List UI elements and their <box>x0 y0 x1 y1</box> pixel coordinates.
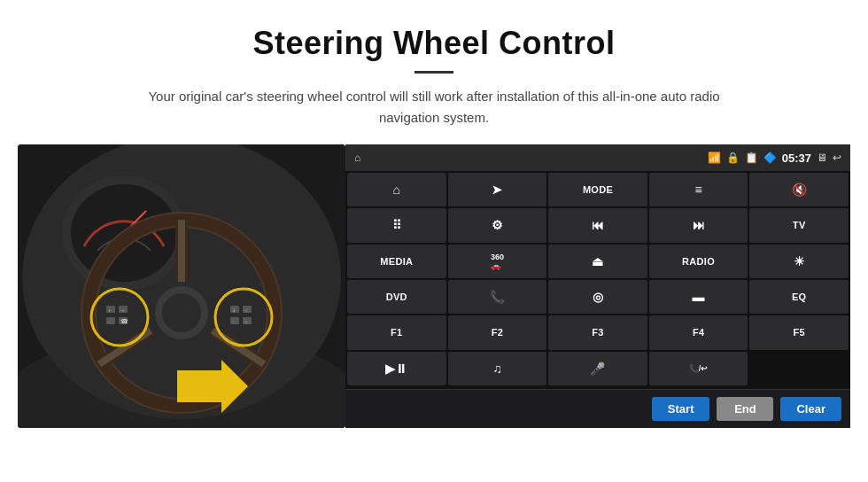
lock-icon: 🔒 <box>726 152 740 164</box>
eq-label: EQ <box>792 292 807 302</box>
svg-text:◇: ◇ <box>244 307 248 313</box>
back-icon: ↩ <box>833 152 841 164</box>
page-subtitle: Your original car's steering wheel contr… <box>133 86 735 128</box>
btn-list[interactable]: ≡ <box>649 173 748 206</box>
steering-wheel-image: + - ↝ ☎ 🌡 ◇ ○ ◇ <box>18 144 345 428</box>
svg-text:○: ○ <box>232 319 235 324</box>
btn-mode[interactable]: MODE <box>548 173 647 206</box>
btn-dvd[interactable]: DVD <box>347 280 446 314</box>
btn-screen2[interactable]: ▬ <box>649 280 748 314</box>
list-icon: ≡ <box>695 183 702 196</box>
f4-label: F4 <box>693 327 704 338</box>
settings-icon: ⚙ <box>492 219 503 231</box>
next-icon: ⏭ <box>693 219 705 231</box>
svg-point-15 <box>162 293 201 332</box>
svg-text:-: - <box>108 319 110 324</box>
btn-radio[interactable]: RADIO <box>649 245 748 278</box>
btn-eject[interactable]: ⏏ <box>548 245 647 278</box>
bottom-bar: Start End Clear <box>345 389 850 428</box>
btn-eq[interactable]: EQ <box>749 280 849 314</box>
status-bar: ⌂ 📶 🔒 📋 🔷 05:37 🖥 ↩ <box>345 144 850 171</box>
home-icon: ⌂ <box>393 183 400 196</box>
btn-playpause[interactable]: ▶⏸ <box>347 352 446 385</box>
svg-text:◇: ◇ <box>244 319 248 324</box>
360-label: 360🚗 <box>491 253 504 270</box>
btn-prev[interactable]: ⏮ <box>548 208 647 242</box>
phone-icon: 📞 <box>490 291 505 303</box>
btn-navigate[interactable]: ➤ <box>448 173 547 206</box>
screen-icon: 🖥 <box>817 152 827 164</box>
btn-mic[interactable]: 🎤 <box>548 352 647 385</box>
mute-icon: 🔇 <box>792 183 807 196</box>
mode-label: MODE <box>583 184 613 195</box>
wifi-icon: 📶 <box>708 152 721 164</box>
btn-f4[interactable]: F4 <box>649 315 748 349</box>
btn-empty1 <box>749 352 849 385</box>
btn-apps[interactable]: ⠿ <box>347 208 446 242</box>
btn-home[interactable]: ⌂ <box>347 173 446 206</box>
f5-label: F5 <box>793 327 804 338</box>
btn-f2[interactable]: F2 <box>448 315 547 349</box>
content-area: + - ↝ ☎ 🌡 ◇ ○ ◇ <box>0 144 868 428</box>
dvd-label: DVD <box>386 292 407 302</box>
start-button[interactable]: Start <box>652 397 710 421</box>
control-panel: ⌂ 📶 🔒 📋 🔷 05:37 🖥 ↩ ⌂ ➤ MODE ≡ <box>345 144 850 428</box>
btn-internet[interactable]: ◎ <box>548 280 647 314</box>
btn-mute[interactable]: 🔇 <box>749 173 849 206</box>
f2-label: F2 <box>492 327 503 338</box>
bluetooth-icon: 🔷 <box>763 152 777 164</box>
music-icon: ♫ <box>492 362 502 375</box>
sim-icon: 📋 <box>745 152 758 164</box>
clear-button[interactable]: Clear <box>780 397 841 421</box>
tv-label: TV <box>793 220 806 230</box>
btn-settings[interactable]: ⚙ <box>448 208 547 242</box>
brightness-icon: ☀ <box>794 255 805 268</box>
mic-icon: 🎤 <box>590 362 605 375</box>
btn-f1[interactable]: F1 <box>347 315 446 349</box>
svg-text:🌡: 🌡 <box>232 307 236 313</box>
btn-music[interactable]: ♫ <box>448 352 547 385</box>
f1-label: F1 <box>391 327 402 338</box>
btn-f5[interactable]: F5 <box>749 315 849 349</box>
title-divider <box>415 71 453 74</box>
radio-label: RADIO <box>682 256 715 267</box>
btn-f3[interactable]: F3 <box>548 315 647 349</box>
svg-text:+: + <box>108 307 112 313</box>
button-grid: ⌂ ➤ MODE ≡ 🔇 ⠿ ⚙ ⏮ ⏭ TV MEDIA 360🚗 ⏏ RAD… <box>345 171 850 389</box>
end-button[interactable]: End <box>717 397 773 421</box>
page-title: Steering Wheel Control <box>53 25 815 62</box>
svg-text:☎: ☎ <box>120 318 128 324</box>
btn-next[interactable]: ⏭ <box>649 208 748 242</box>
apps-icon: ⠿ <box>392 219 401 231</box>
btn-phone[interactable]: 📞 <box>448 280 547 314</box>
header-section: Steering Wheel Control Your original car… <box>0 0 868 144</box>
navigate-icon: ➤ <box>492 183 502 196</box>
screen2-icon: ▬ <box>693 291 705 303</box>
status-right: 📶 🔒 📋 🔷 05:37 🖥 ↩ <box>708 152 841 165</box>
media-label: MEDIA <box>380 256 413 267</box>
btn-media[interactable]: MEDIA <box>347 245 446 278</box>
home-status-icon: ⌂ <box>354 152 360 164</box>
btn-360[interactable]: 360🚗 <box>448 245 547 278</box>
call-icon: 📞/↩ <box>689 364 709 373</box>
eject-icon: ⏏ <box>592 255 603 268</box>
status-left: ⌂ <box>354 152 360 164</box>
time-display: 05:37 <box>782 152 811 165</box>
page-wrapper: Steering Wheel Control Your original car… <box>0 0 868 428</box>
btn-tv[interactable]: TV <box>749 208 849 242</box>
btn-call[interactable]: 📞/↩ <box>649 352 748 385</box>
btn-brightness[interactable]: ☀ <box>749 245 849 278</box>
f3-label: F3 <box>592 327 603 338</box>
playpause-icon: ▶⏸ <box>385 362 407 375</box>
internet-icon: ◎ <box>593 291 603 303</box>
prev-icon: ⏮ <box>592 219 604 231</box>
